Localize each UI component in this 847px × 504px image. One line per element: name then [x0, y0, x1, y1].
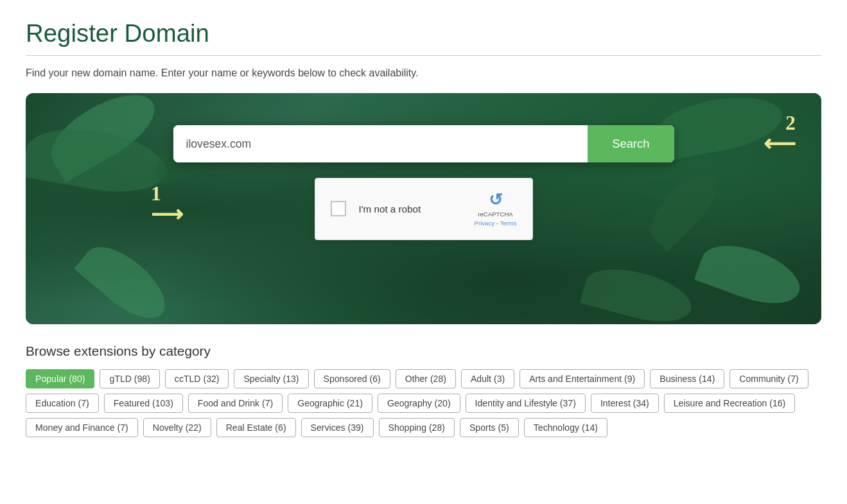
browse-title: Browse extensions by category — [26, 343, 821, 359]
category-tag[interactable]: Featured (103) — [104, 394, 183, 413]
category-tag[interactable]: Geographic (21) — [288, 394, 372, 413]
recaptcha-label: I'm not a robot — [359, 204, 462, 214]
recaptcha-icon: ↺ — [489, 190, 503, 209]
category-tag[interactable]: Community (7) — [729, 369, 808, 388]
tags-container: Popular (80)gTLD (98)ccTLD (32)Specialty… — [26, 369, 821, 437]
recaptcha-terms-link[interactable]: Terms — [500, 220, 516, 227]
recaptcha-widget: I'm not a robot ↺ reCAPTCHA Privacy - Te… — [315, 178, 533, 240]
page-title: Register Domain — [26, 19, 821, 48]
category-tag[interactable]: Sponsored (6) — [314, 369, 390, 388]
category-tag[interactable]: Leisure and Recreation (16) — [664, 394, 796, 413]
category-tag[interactable]: Technology (14) — [524, 418, 607, 437]
category-tag[interactable]: Novelty (22) — [143, 418, 211, 437]
category-tag[interactable]: Money and Finance (7) — [26, 418, 138, 437]
domain-search-input[interactable] — [173, 125, 588, 162]
annotation-1-arrow: ⟶ — [151, 201, 183, 227]
annotation-1: 1 ⟶ — [151, 183, 183, 227]
category-tag[interactable]: Geography (20) — [378, 394, 460, 413]
recaptcha-brand-name: reCAPTCHA — [478, 211, 512, 218]
category-tag[interactable]: Business (14) — [650, 369, 724, 388]
annotation-2: 2 ⟵ — [764, 112, 796, 157]
category-tag[interactable]: Popular (80) — [26, 369, 94, 388]
category-tag[interactable]: Sports (5) — [460, 418, 519, 437]
category-tag[interactable]: Education (7) — [26, 394, 99, 413]
category-tag[interactable]: Identity and Lifestyle (37) — [466, 394, 586, 413]
category-tag[interactable]: gTLD (98) — [100, 369, 159, 388]
category-tag[interactable]: Shopping (28) — [379, 418, 455, 437]
recaptcha-checkbox[interactable] — [331, 201, 346, 216]
category-tag[interactable]: Adult (3) — [461, 369, 514, 388]
search-container: Search — [173, 125, 674, 162]
category-tag[interactable]: Interest (34) — [591, 394, 659, 413]
hero-content: Search I'm not a robot ↺ reCAPTCHA Priva… — [26, 93, 821, 266]
search-button[interactable]: Search — [588, 125, 674, 162]
category-tag[interactable]: Real Estate (6) — [216, 418, 296, 437]
category-tag[interactable]: Services (39) — [301, 418, 374, 437]
category-tag[interactable]: Specialty (13) — [234, 369, 308, 388]
hero-section: 1 ⟶ 2 ⟵ Search I'm not a robot ↺ reCAPTC… — [26, 93, 821, 324]
title-divider — [26, 55, 821, 56]
category-tag[interactable]: Other (28) — [396, 369, 456, 388]
recaptcha-privacy-terms: Privacy - Terms — [475, 220, 517, 227]
subtitle: Find your new domain name. Enter your na… — [26, 67, 821, 79]
annotation-2-arrow: ⟵ — [764, 130, 796, 157]
category-tag[interactable]: Food and Drink (7) — [188, 394, 283, 413]
recaptcha-logo: ↺ reCAPTCHA Privacy - Terms — [475, 190, 517, 228]
category-tag[interactable]: Arts and Entertainment (9) — [520, 369, 645, 388]
category-tag[interactable]: ccTLD (32) — [165, 369, 229, 388]
recaptcha-privacy-link[interactable]: Privacy — [475, 220, 494, 227]
